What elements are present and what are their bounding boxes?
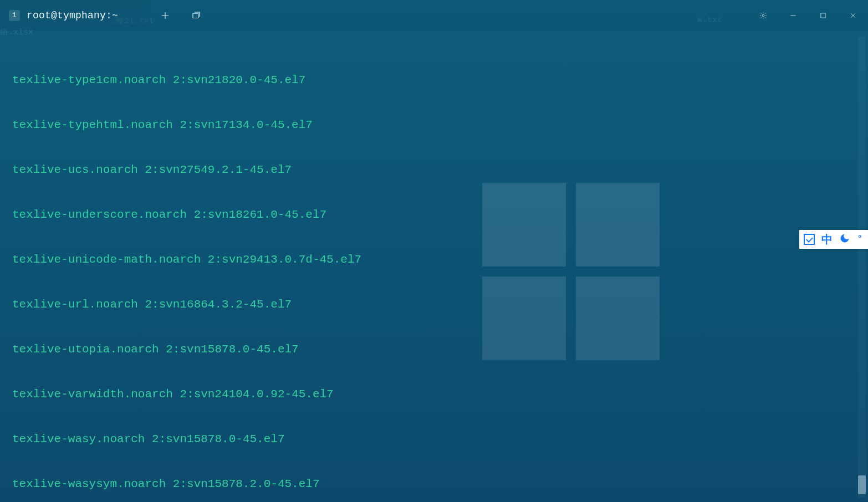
package-line: texlive-typehtml.noarch 2:svn17134.0-45.… xyxy=(12,117,856,132)
terminal-tab[interactable]: 1 root@tymphany:~ xyxy=(0,0,150,30)
svg-rect-0 xyxy=(193,13,198,18)
package-line: texlive-type1cm.noarch 2:svn21820.0-45.e… xyxy=(12,73,856,88)
window-titlebar: 1 root@tymphany:~ xyxy=(0,0,868,30)
terminal-viewport[interactable]: texlive-type1cm.noarch 2:svn21820.0-45.e… xyxy=(0,30,868,502)
ime-moon-icon[interactable] xyxy=(839,233,850,247)
ime-check-icon[interactable] xyxy=(804,234,815,245)
terminal-scrollbar[interactable] xyxy=(858,37,866,498)
close-icon xyxy=(849,12,857,19)
scrollbar-thumb[interactable] xyxy=(858,475,866,494)
tab-title: root@tymphany:~ xyxy=(27,10,118,21)
package-line: texlive-ucs.noarch 2:svn27549.2.1-45.el7 xyxy=(12,162,856,177)
package-line: texlive-url.noarch 2:svn16864.3.2-45.el7 xyxy=(12,297,856,312)
package-line: texlive-utopia.noarch 2:svn15878.0-45.el… xyxy=(12,342,856,357)
maximize-icon xyxy=(819,12,827,19)
tab-index-badge: 1 xyxy=(9,10,20,21)
package-line: texlive-wasysym.noarch 2:svn15878.2.0-45… xyxy=(12,477,856,491)
svg-point-1 xyxy=(762,14,764,17)
tab-overview-button[interactable] xyxy=(181,0,212,30)
package-line: texlive-underscore.noarch 2:svn18261.0-4… xyxy=(12,207,856,222)
ime-toolbar[interactable]: 中 ° xyxy=(799,230,868,249)
package-line: texlive-varwidth.noarch 2:svn24104.0.92-… xyxy=(12,387,856,402)
svg-rect-2 xyxy=(821,13,825,17)
maximize-button[interactable] xyxy=(808,0,838,30)
package-line: texlive-unicode-math.noarch 2:svn29413.0… xyxy=(12,252,856,267)
settings-button[interactable] xyxy=(748,0,778,30)
package-line: texlive-wasy.noarch 2:svn15878.0-45.el7 xyxy=(12,432,856,447)
close-button[interactable] xyxy=(838,0,868,30)
ime-language-toggle[interactable]: 中 xyxy=(821,232,833,247)
minimize-icon xyxy=(789,12,797,19)
minimize-button[interactable] xyxy=(778,0,808,30)
window-stack-icon xyxy=(191,11,201,21)
gear-icon xyxy=(759,12,767,19)
ime-more-icon[interactable]: ° xyxy=(857,234,862,244)
new-tab-button[interactable] xyxy=(150,0,181,30)
plus-icon xyxy=(160,11,170,21)
